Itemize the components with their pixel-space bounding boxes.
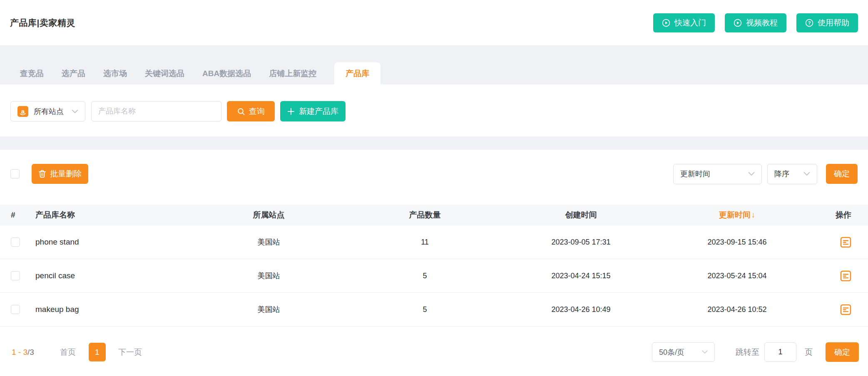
table-header: # 产品库名称 所属站点 产品数量 创建时间 更新时间 ↓ 操作 (0, 205, 868, 225)
updated-time: 2023-09-15 15:46 (659, 238, 815, 247)
quick-start-button[interactable]: 快速入门 (653, 13, 715, 32)
column-updated-time-sort[interactable]: 更新时间 ↓ (659, 210, 815, 220)
view-details-icon[interactable] (840, 304, 851, 315)
product-count: 5 (347, 305, 503, 314)
batch-delete-button[interactable]: 批量删除 (32, 164, 88, 184)
jump-page-input[interactable] (764, 342, 796, 362)
tab-product-library[interactable]: 产品库 (334, 62, 381, 84)
created-time: 2023-09-05 17:31 (503, 238, 659, 247)
chevron-down-icon (803, 172, 810, 176)
chevron-down-icon (702, 350, 708, 354)
table-row: pencil case 美国站 5 2023-04-24 15:15 2023-… (0, 259, 868, 293)
sort-field-value: 更新时间 (680, 169, 710, 179)
product-library-page: 产品库|卖家精灵 快速入门 视频教程 ? 使用帮助 (0, 0, 868, 376)
plus-icon (287, 108, 295, 115)
sort-order-select[interactable]: 降序 (767, 164, 817, 184)
create-library-label: 新建产品库 (299, 106, 338, 117)
column-actions: 操作 (815, 210, 868, 220)
column-index: # (0, 210, 25, 220)
library-name: pencil case (25, 271, 191, 280)
updated-time: 2023-05-24 15:04 (659, 272, 815, 280)
column-created-time: 创建时间 (503, 210, 659, 220)
page-title: 产品库|卖家精灵 (10, 17, 75, 29)
svg-text:?: ? (808, 20, 811, 25)
play-circle-icon (734, 19, 742, 27)
search-button-label: 查询 (249, 106, 265, 117)
tab-competitor-lookup[interactable]: 查竞品 (20, 62, 44, 84)
header-actions: 快速入门 视频教程 ? 使用帮助 (653, 13, 858, 32)
site-select-value: 所有站点 (34, 106, 64, 116)
page-unit-label: 页 (805, 347, 813, 358)
pagination-bar: 1 - 3/3 首页 1 下一页 50条/页 跳转至 页 确定 (0, 327, 868, 376)
pagination-range: 1 - 3/3 (12, 348, 34, 357)
row-checkbox[interactable] (11, 305, 20, 314)
help-button[interactable]: ? 使用帮助 (796, 13, 858, 32)
first-page-button[interactable]: 首页 (60, 347, 76, 358)
question-circle-icon: ? (805, 19, 813, 27)
batch-delete-label: 批量删除 (50, 168, 82, 179)
create-library-button[interactable]: 新建产品库 (280, 101, 346, 121)
created-time: 2023-04-26 10:49 (503, 305, 659, 314)
sort-controls: 更新时间 降序 确定 (673, 164, 858, 184)
sort-order-value: 降序 (774, 169, 789, 179)
library-site: 美国站 (191, 271, 347, 281)
view-details-icon[interactable] (840, 270, 851, 282)
product-count: 5 (347, 272, 503, 280)
row-checkbox[interactable] (11, 237, 20, 247)
current-page-button[interactable]: 1 (89, 343, 106, 361)
jump-to-label: 跳转至 (736, 347, 759, 358)
amazon-icon: a (17, 106, 28, 117)
filter-section: a 所有站点 查询 新建产品库 (0, 84, 868, 136)
trash-icon (38, 170, 46, 178)
column-library-name: 产品库名称 (25, 210, 191, 220)
help-label: 使用帮助 (818, 17, 849, 28)
library-table: # 产品库名称 所属站点 产品数量 创建时间 更新时间 ↓ 操作 phone s… (0, 205, 868, 327)
next-page-button[interactable]: 下一页 (118, 347, 142, 358)
column-site: 所属站点 (191, 210, 347, 220)
pagination-range-current: 1 - 3 (12, 348, 27, 356)
play-circle-icon (662, 19, 670, 27)
column-product-count: 产品数量 (347, 210, 503, 220)
tab-aba-data-selection[interactable]: ABA数据选品 (202, 62, 251, 84)
tab-market-selection[interactable]: 选市场 (103, 62, 127, 84)
updated-time: 2023-04-26 10:52 (659, 305, 815, 314)
sort-descending-arrow-icon: ↓ (751, 210, 756, 220)
view-details-icon[interactable] (840, 237, 851, 248)
created-time: 2023-04-24 15:15 (503, 272, 659, 280)
search-button[interactable]: 查询 (227, 101, 275, 121)
site-select[interactable]: a 所有站点 (10, 101, 85, 121)
library-name-input[interactable] (91, 101, 221, 121)
tab-store-new-monitor[interactable]: 店铺上新监控 (269, 62, 316, 84)
chevron-down-icon (72, 109, 78, 114)
list-toolbar: 批量删除 更新时间 降序 确定 (0, 150, 868, 205)
jump-confirm-button[interactable]: 确定 (826, 342, 859, 362)
sort-field-select[interactable]: 更新时间 (673, 164, 762, 184)
table-row: makeup bag 美国站 5 2023-04-26 10:49 2023-0… (0, 293, 868, 327)
library-name: phone stand (25, 237, 191, 247)
tab-keyword-selection[interactable]: 关键词选品 (145, 62, 184, 84)
video-tutorial-button[interactable]: 视频教程 (725, 13, 786, 32)
pagination-controls: 50条/页 跳转至 页 确定 (652, 342, 859, 362)
product-count: 11 (347, 238, 503, 247)
page-size-value: 50条/页 (659, 347, 684, 357)
sort-confirm-button[interactable]: 确定 (826, 164, 858, 184)
video-tutorial-label: 视频教程 (746, 17, 778, 28)
row-checkbox[interactable] (11, 271, 20, 280)
tab-product-selection[interactable]: 选产品 (62, 62, 85, 84)
section-divider (0, 136, 868, 150)
column-updated-time-label: 更新时间 (719, 210, 751, 220)
library-site: 美国站 (191, 237, 347, 247)
filter-row: a 所有站点 查询 新建产品库 (10, 101, 346, 121)
library-name: makeup bag (25, 305, 191, 314)
search-icon (237, 107, 245, 116)
svg-text:a: a (21, 107, 25, 114)
header: 产品库|卖家精灵 快速入门 视频教程 ? 使用帮助 (0, 0, 868, 45)
page-size-select[interactable]: 50条/页 (652, 342, 715, 362)
tab-bar: 查竞品 选产品 选市场 关键词选品 ABA数据选品 店铺上新监控 产品库 (0, 45, 868, 84)
table-row: phone stand 美国站 11 2023-09-05 17:31 2023… (0, 225, 868, 259)
chevron-down-icon (748, 172, 755, 176)
pagination-range-total: /3 (27, 348, 34, 356)
quick-start-label: 快速入门 (674, 17, 706, 28)
select-all-checkbox[interactable] (10, 169, 20, 178)
library-site: 美国站 (191, 304, 347, 314)
